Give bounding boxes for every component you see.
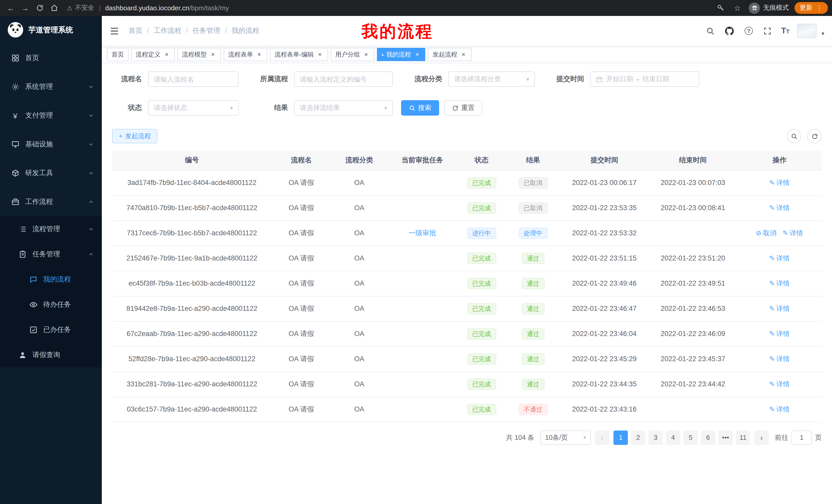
page-size-select[interactable]: 10条/页 ▾ xyxy=(541,430,591,445)
detail-action-link[interactable]: ✎详情 xyxy=(769,380,790,389)
tab-5[interactable]: 用户分组× xyxy=(331,48,374,61)
font-size-icon[interactable]: TT xyxy=(781,26,789,35)
sidebar-item-system[interactable]: 系统管理 xyxy=(0,73,102,101)
browser-home-button[interactable] xyxy=(47,1,61,15)
profile-chip[interactable]: 无痕模式 xyxy=(749,2,789,13)
pager-page-active[interactable]: 1 xyxy=(614,430,628,445)
pager-page[interactable]: 3 xyxy=(648,430,663,445)
status-select[interactable]: 请选择状态 ▾ xyxy=(148,100,239,116)
breadcrumb-item[interactable]: 首页 xyxy=(129,26,142,35)
cell-result: 通过 xyxy=(506,346,560,371)
close-icon[interactable]: × xyxy=(460,51,467,58)
detail-action-link[interactable]: ✎详情 xyxy=(769,279,790,288)
start-date-placeholder[interactable]: 开始日期 xyxy=(606,75,633,84)
fullscreen-icon[interactable] xyxy=(762,25,773,36)
close-icon[interactable]: × xyxy=(209,51,216,58)
sidebar-item-todo-tasks[interactable]: 待办任务 xyxy=(0,292,102,317)
close-icon[interactable]: × xyxy=(363,51,370,58)
avatar[interactable] xyxy=(797,24,817,38)
pager-page[interactable]: ••• xyxy=(718,430,733,445)
goto-page-input[interactable] xyxy=(791,430,812,445)
browser-back-button[interactable]: ← xyxy=(4,1,18,15)
table-row: 3ad174fb-7b9d-11ec-8404-acde48001122OA 请… xyxy=(112,170,822,195)
sidebar-item-process-management[interactable]: 流程管理 xyxy=(0,216,102,242)
app-logo[interactable]: 芋道管理系统 xyxy=(0,16,102,44)
detail-action-link[interactable]: ✎详情 xyxy=(769,178,790,187)
toggle-search-button[interactable] xyxy=(787,129,801,143)
tab-3[interactable]: 流程表单× xyxy=(224,48,267,61)
address-bar[interactable]: ⚠ 不安全 | dashboard.yudao.iocoder.cn/bpm/t… xyxy=(67,2,709,14)
breadcrumb-item[interactable]: 任务管理 xyxy=(186,26,220,35)
sidebar-item-home[interactable]: 首页 xyxy=(0,44,102,73)
current-task-link[interactable]: 一级审批 xyxy=(409,229,436,236)
process-name-input[interactable] xyxy=(154,75,233,83)
pager-page[interactable]: 2 xyxy=(631,430,645,445)
reset-button[interactable]: 重置 xyxy=(444,100,482,116)
sidebar-item-my-process[interactable]: 我的流程 xyxy=(0,267,102,292)
sidebar-item-leave-query[interactable]: 请假查询 xyxy=(0,342,102,367)
sidebar-item-done-tasks[interactable]: 已办任务 xyxy=(0,317,102,342)
tab-1[interactable]: 流程定义× xyxy=(131,48,175,61)
cell-actions: ✎详情 xyxy=(737,371,822,397)
close-icon[interactable]: × xyxy=(163,51,170,58)
parent-process-input[interactable] xyxy=(300,75,387,83)
search-button[interactable]: 搜索 xyxy=(401,100,439,116)
sidebar-item-devtools[interactable]: 研发工具 xyxy=(0,159,102,188)
detail-action-link[interactable]: ✎详情 xyxy=(783,228,803,237)
bookmark-star-icon[interactable]: ☆ xyxy=(732,2,743,13)
detail-action-link[interactable]: ✎详情 xyxy=(769,304,790,313)
hamburger-icon[interactable] xyxy=(109,25,121,36)
browser-refresh-button[interactable] xyxy=(33,1,46,15)
action-label: 详情 xyxy=(777,329,790,338)
close-icon[interactable]: × xyxy=(256,51,263,58)
sidebar-item-task-management[interactable]: 任务管理 xyxy=(0,242,102,267)
pager-pages: 123456•••11 xyxy=(614,430,750,445)
sidebar-item-label: 工作流程 xyxy=(25,197,53,206)
create-process-button[interactable]: + 发起流程 xyxy=(112,129,158,143)
pager-page[interactable]: 5 xyxy=(683,430,698,445)
browser-update-button[interactable]: 更新 ⋮ xyxy=(795,2,828,14)
result-select[interactable]: 请选择流结果 ▾ xyxy=(294,100,393,116)
breadcrumb: 首页 工作流程 任务管理 我的流程 xyxy=(129,26,264,35)
cell-category: OA xyxy=(331,321,387,346)
detail-icon: ✎ xyxy=(769,305,775,312)
help-icon[interactable]: ? xyxy=(743,25,754,36)
tab-2[interactable]: 流程模型× xyxy=(177,48,221,61)
sidebar-item-workflow[interactable]: 工作流程 xyxy=(0,188,102,216)
chevron-down-icon[interactable]: ▾ xyxy=(822,30,824,38)
tab-0[interactable]: 首页 xyxy=(107,48,129,61)
password-key-icon[interactable] xyxy=(715,2,726,13)
category-select[interactable]: 请选择流程分类 ▾ xyxy=(448,72,535,87)
browser-right-cluster: ☆ 无痕模式 更新 ⋮ xyxy=(715,2,828,14)
detail-action-link[interactable]: ✎详情 xyxy=(769,254,790,263)
pager-next-button[interactable]: › xyxy=(754,430,769,445)
end-date-placeholder[interactable]: 结束日期 xyxy=(643,75,669,84)
close-icon[interactable]: × xyxy=(316,51,323,58)
tab-7[interactable]: 发起流程× xyxy=(428,48,471,61)
cell-actions: ✎详情 xyxy=(737,195,822,220)
cancel-action-link[interactable]: ⊘取消 xyxy=(756,228,777,237)
breadcrumb-item[interactable]: 工作流程 xyxy=(147,26,182,35)
submit-time-range-picker[interactable]: 开始日期 - 结束日期 xyxy=(590,72,699,87)
sidebar-item-payment[interactable]: ¥ 支付管理 xyxy=(0,101,102,130)
refresh-table-button[interactable] xyxy=(807,129,822,143)
pager-prev-button[interactable]: ‹ xyxy=(595,430,609,445)
browser-menu-icon[interactable]: ⋮ xyxy=(816,5,823,11)
tab-6[interactable]: ●我的流程× xyxy=(377,48,425,61)
close-icon[interactable]: × xyxy=(413,51,421,58)
security-label[interactable]: 不安全 xyxy=(75,4,94,12)
tab-4[interactable]: 流程表单-编辑× xyxy=(270,48,328,61)
detail-action-link[interactable]: ✎详情 xyxy=(769,404,790,414)
pager-page[interactable]: 6 xyxy=(701,430,715,445)
search-icon[interactable] xyxy=(705,25,716,36)
browser-forward-button[interactable]: → xyxy=(19,1,32,15)
detail-action-link[interactable]: ✎详情 xyxy=(769,354,790,363)
pager-page[interactable]: 11 xyxy=(736,430,750,445)
sidebar-item-infrastructure[interactable]: 基础设施 xyxy=(0,130,102,159)
detail-action-link[interactable]: ✎详情 xyxy=(769,329,790,338)
detail-action-link[interactable]: ✎详情 xyxy=(769,203,790,213)
cell-process-id: 819442e8-7b9a-11ec-a290-acde48001122 xyxy=(112,296,272,321)
github-icon[interactable] xyxy=(724,25,735,36)
pager-page[interactable]: 4 xyxy=(666,430,680,445)
tab-label: 流程表单 xyxy=(228,50,253,59)
